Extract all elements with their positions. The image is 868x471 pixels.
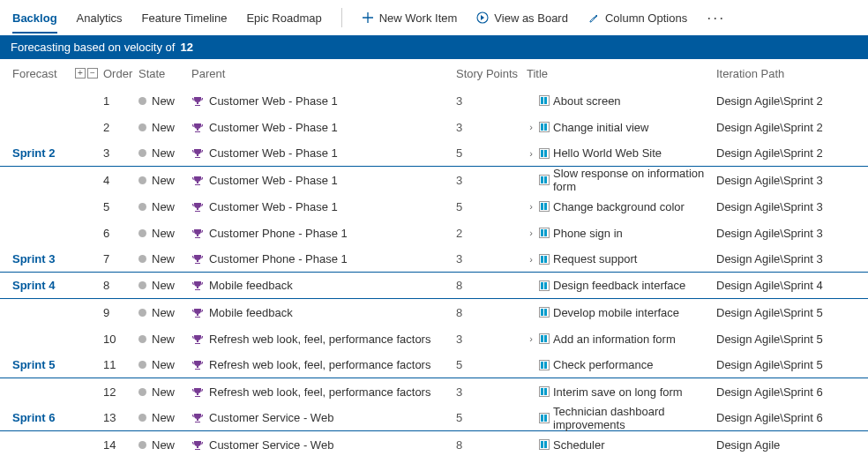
trophy-icon [191, 412, 204, 423]
parent-text: Mobile feedback [209, 279, 293, 292]
expand-chevron-icon[interactable]: › [527, 201, 535, 212]
title-text: Develop mobile interface [553, 306, 679, 319]
tab-feature-timeline[interactable]: Feature Timeline [142, 4, 228, 32]
parent-text: Refresh web look, feel, performance fact… [209, 333, 430, 346]
state-text: New [152, 227, 175, 240]
state-dot-icon [138, 361, 146, 369]
parent-cell[interactable]: Refresh web look, feel, performance fact… [191, 385, 456, 399]
title-cell[interactable]: Interim save on long form [527, 385, 716, 399]
col-header-forecast[interactable]: Forecast [0, 67, 75, 80]
parent-cell[interactable]: Mobile feedback [191, 279, 456, 292]
parent-cell[interactable]: Customer Service - Web [191, 411, 456, 424]
parent-cell[interactable]: Customer Web - Phase 1 [191, 146, 456, 160]
title-cell[interactable]: › Add an information form [527, 333, 716, 346]
expand-chevron-icon[interactable]: › [527, 333, 535, 344]
parent-text: Customer Web - Phase 1 [209, 146, 338, 160]
expand-all-button[interactable]: + [75, 68, 86, 78]
table-row[interactable]: 12 New Refresh web look, feel, performan… [0, 378, 868, 405]
story-points-cell: 5 [456, 146, 527, 160]
more-actions-button[interactable]: ··· [707, 9, 725, 27]
parent-cell[interactable]: Customer Web - Phase 1 [191, 174, 456, 187]
title-cell[interactable]: Develop mobile interface [527, 306, 716, 319]
table-row[interactable]: Sprint 3 7 New Customer Phone - Phase 1 … [0, 246, 868, 273]
trophy-icon [191, 386, 204, 398]
parent-cell[interactable]: Customer Service - Web [191, 438, 456, 452]
table-row[interactable]: 2 New Customer Web - Phase 1 3 › Change … [0, 114, 868, 140]
user-story-icon [539, 254, 550, 265]
title-cell[interactable]: › Request support [527, 252, 716, 265]
parent-cell[interactable]: Customer Web - Phase 1 [191, 200, 456, 213]
expand-chevron-icon[interactable]: › [527, 122, 535, 132]
parent-cell[interactable]: Customer Web - Phase 1 [191, 94, 456, 108]
title-text: About screen [553, 94, 621, 108]
table-row[interactable]: 14 New Customer Service - Web 8 Schedule… [0, 431, 868, 458]
new-work-item-button[interactable]: New Work Item [362, 11, 458, 25]
title-cell[interactable]: › Change background color [527, 200, 716, 213]
col-header-state[interactable]: State [138, 67, 191, 80]
trophy-icon [191, 253, 204, 265]
col-header-story-points[interactable]: Story Points [456, 67, 527, 80]
trophy-icon [191, 359, 204, 370]
col-header-iteration[interactable]: Iteration Path [716, 67, 868, 80]
title-cell[interactable]: › Hello World Web Site [527, 146, 716, 160]
title-cell[interactable]: › Change initial view [527, 121, 716, 134]
state-dot-icon [138, 441, 146, 449]
view-as-board-button[interactable]: View as Board [476, 11, 568, 25]
table-row[interactable]: 9 New Mobile feedback 8 Develop mobile i… [0, 299, 868, 325]
parent-cell[interactable]: Customer Phone - Phase 1 [191, 227, 456, 240]
expand-chevron-icon[interactable]: › [527, 148, 535, 159]
user-story-icon [539, 413, 550, 423]
state-cell: New [138, 146, 191, 160]
collapse-all-button[interactable]: − [87, 68, 98, 78]
expand-chevron-icon[interactable]: › [527, 254, 535, 265]
state-text: New [152, 279, 175, 292]
table-row[interactable]: 4 New Customer Web - Phase 1 3 Slow resp… [0, 167, 868, 193]
title-text: Hello World Web Site [553, 146, 662, 160]
title-text: Check performance [553, 358, 653, 371]
state-cell: New [138, 358, 191, 371]
table-row[interactable]: Sprint 6 13 New Customer Service - Web 5… [0, 405, 868, 431]
forecast-cell: Sprint 4 [0, 279, 75, 292]
parent-cell[interactable]: Mobile feedback [191, 306, 456, 319]
story-points-cell: 3 [456, 252, 527, 265]
story-points-cell: 5 [456, 411, 527, 424]
title-text: Design feedback interface [553, 279, 685, 292]
order-cell: 1 [103, 94, 138, 108]
expand-chevron-icon[interactable]: › [527, 228, 535, 238]
title-text: Add an information form [553, 333, 676, 346]
tab-analytics[interactable]: Analytics [77, 4, 123, 32]
table-row[interactable]: Sprint 4 8 New Mobile feedback 8 Design … [0, 273, 868, 299]
table-row[interactable]: 10 New Refresh web look, feel, performan… [0, 325, 868, 352]
user-story-icon [539, 95, 550, 106]
title-cell[interactable]: Slow response on information form [527, 167, 716, 193]
column-options-button[interactable]: Column Options [587, 11, 687, 25]
title-cell[interactable]: About screen [527, 94, 716, 108]
col-header-parent[interactable]: Parent [191, 67, 456, 80]
table-row[interactable]: 1 New Customer Web - Phase 1 3 About scr… [0, 87, 868, 114]
story-points-cell: 3 [456, 385, 527, 399]
parent-cell[interactable]: Refresh web look, feel, performance fact… [191, 358, 456, 371]
state-dot-icon [138, 229, 146, 237]
tab-epic-roadmap[interactable]: Epic Roadmap [246, 4, 321, 32]
trophy-icon [191, 333, 204, 345]
table-row[interactable]: Sprint 5 11 New Refresh web look, feel, … [0, 352, 868, 378]
iteration-cell: Design Agile [716, 438, 868, 452]
table-row[interactable]: Sprint 2 3 New Customer Web - Phase 1 5 … [0, 140, 868, 167]
title-cell[interactable]: › Phone sign in [527, 227, 716, 240]
story-points-cell: 8 [456, 306, 527, 319]
title-cell[interactable]: Check performance [527, 358, 716, 371]
parent-cell[interactable]: Customer Phone - Phase 1 [191, 252, 456, 265]
parent-cell[interactable]: Refresh web look, feel, performance fact… [191, 333, 456, 346]
col-header-order[interactable]: Order [103, 67, 138, 80]
title-cell[interactable]: Scheduler [527, 438, 716, 452]
title-cell[interactable]: Design feedback interface [527, 279, 716, 292]
parent-text: Customer Web - Phase 1 [209, 94, 338, 108]
tab-backlog[interactable]: Backlog [12, 4, 57, 32]
col-header-title[interactable]: Title [527, 67, 716, 80]
story-points-cell: 3 [456, 174, 527, 187]
parent-cell[interactable]: Customer Web - Phase 1 [191, 121, 456, 134]
trophy-icon [191, 439, 204, 451]
title-cell[interactable]: Technician dashboard improvements [527, 405, 716, 431]
table-row[interactable]: 6 New Customer Phone - Phase 1 2 › Phone… [0, 220, 868, 246]
table-row[interactable]: 5 New Customer Web - Phase 1 5 › Change … [0, 193, 868, 220]
